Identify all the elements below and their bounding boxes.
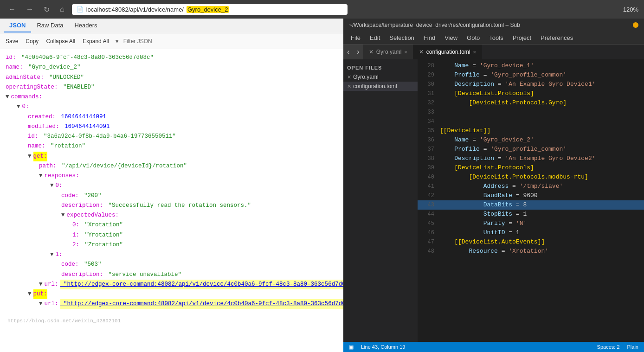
line-num-43: 43 (418, 200, 440, 210)
editor-title-dot (633, 22, 638, 28)
json-row-operatingstate: operatingState: "ENABLED" (6, 83, 338, 92)
save-button[interactable]: Save (4, 37, 20, 45)
home-button[interactable]: ⌂ (57, 3, 67, 15)
json-key-arr0: 0: (22, 102, 29, 112)
editor-main-area: OPEN FILES ✕ Gyro.yaml ✕ configuration.t… (343, 59, 644, 342)
line-num-45: 45 (418, 219, 440, 228)
page-icon: 📄 (77, 6, 84, 13)
expand-all-button[interactable]: Expand All (81, 37, 111, 45)
tab-json[interactable]: JSON (4, 19, 31, 32)
tab-nav-prev[interactable]: ‹ (343, 45, 353, 59)
code-line-46: 46 UnitID = 1 (418, 228, 644, 237)
json-row-url: ▼ url: "http://edgex-core-command:48082/… (6, 280, 338, 289)
menu-preferences[interactable]: Preferences (537, 33, 577, 42)
menu-file[interactable]: File (347, 33, 364, 42)
responses-toggle[interactable]: ▼ (39, 171, 43, 181)
line-num-39: 39 (418, 163, 440, 173)
json-row-desc: description: "Successfully read the rota… (6, 201, 338, 211)
url-toggle[interactable]: ▼ (39, 280, 43, 289)
line-num-31: 31 (418, 89, 440, 98)
line-num-28: 28 (418, 61, 440, 70)
json-key-adminstate: adminState: (6, 73, 44, 83)
menu-view[interactable]: View (441, 33, 461, 42)
get-toggle[interactable]: ▼ (28, 152, 32, 161)
resp1-toggle[interactable]: ▼ (50, 250, 54, 260)
menu-selection[interactable]: Selection (386, 33, 418, 42)
tab-gyro-yaml-modified: ✕ (369, 49, 374, 55)
json-val-id: "4c0b40a6-9fcf-48c3-8a80-363c56d7d08c" (18, 53, 154, 63)
put-toggle[interactable]: ▼ (28, 289, 32, 299)
json-row-path: path: "/api/v1/device/{deviceId}/rotatio… (6, 161, 338, 171)
filter-icon: ▼ (115, 38, 120, 44)
forward-button[interactable]: → (23, 3, 36, 15)
json-key-ev1: 1: (72, 230, 79, 240)
tab-gyro-yaml[interactable]: ✕ Gyro.yaml × (363, 45, 413, 59)
json-key-ev: expectedValues: (67, 211, 119, 220)
json-body[interactable]: id: "4c0b40a6-9fcf-48c3-8a80-363c56d7d08… (0, 49, 343, 352)
editor-panel: ~/Workspace/temperature_device_driver/re… (343, 19, 644, 352)
open-files-label: OPEN FILES (343, 63, 418, 72)
json-val-code: "200" (81, 191, 102, 201)
line-num-48: 48 (418, 247, 440, 256)
editor-tabs: ‹ › ✕ Gyro.yaml × ✕ configuration.toml × (343, 45, 644, 59)
sidebar-config-name: configuration.toml (353, 83, 397, 90)
collapse-all-button[interactable]: Collapse All (44, 37, 77, 45)
tab-gyro-yaml-label: Gyro.yaml (376, 49, 402, 55)
json-val-url[interactable]: "http://edgex-core-command:48082/api/v1/… (60, 280, 343, 289)
json-key-id: id: (6, 53, 16, 63)
refresh-button[interactable]: ↻ (41, 3, 52, 16)
menu-edit[interactable]: Edit (366, 33, 384, 42)
url2-toggle[interactable]: ▼ (39, 299, 43, 309)
ev-toggle[interactable]: ▼ (61, 211, 65, 220)
sidebar-file-config-toml[interactable]: ✕ configuration.toml (343, 82, 418, 91)
tab-headers[interactable]: Headers (69, 19, 103, 32)
json-key-desc: description: (61, 201, 103, 211)
sidebar-file-gyro-yaml[interactable]: ✕ Gyro.yaml (343, 72, 418, 82)
line-content-28: Name = 'Gyro_device_1' (440, 61, 644, 70)
json-key-responses: responses: (45, 171, 79, 181)
json-row-code503: code: "503" (6, 260, 338, 269)
tab-config-close[interactable]: × (473, 49, 476, 55)
menu-find[interactable]: Find (420, 33, 439, 42)
line-content-43: DataBits = 8 (440, 200, 644, 210)
resp0-toggle[interactable]: ▼ (50, 181, 54, 191)
json-row-get: ▼ get: (6, 152, 338, 161)
json-row-put: ▼ put: (6, 289, 338, 299)
code-line-32: 32 [DeviceList.Protocols.Gyro] (418, 98, 644, 108)
editor-menubar: File Edit Selection Find View Goto Tools… (343, 32, 644, 45)
menu-project[interactable]: Project (509, 33, 535, 42)
json-row-id: id: "4c0b40a6-9fcf-48c3-8a80-363c56d7d08… (6, 53, 338, 63)
json-row-name: name: "Gyro_device_2" (6, 63, 338, 72)
code-line-31: 31 [DeviceList.Protocols] (418, 89, 644, 98)
line-content-41: Address = '/tmp/slave' (440, 182, 644, 191)
json-val-code503: "503" (81, 260, 102, 269)
copy-button[interactable]: Copy (24, 37, 40, 45)
commands-toggle[interactable]: ▼ (6, 92, 9, 102)
url-bar[interactable]: 📄 localhost:48082/api/v1/device/name/Gyr… (72, 4, 348, 15)
tab-configuration-toml[interactable]: ✕ configuration.toml × (413, 45, 482, 59)
back-button[interactable]: ← (6, 3, 19, 15)
sidebar-file-modified-icon: ✕ (347, 74, 351, 80)
json-key-ev0: 0: (72, 220, 79, 230)
line-content-42: BaudRate = 9600 (440, 191, 644, 200)
json-row-resp1: ▼ 1: (6, 250, 338, 260)
json-val-url2[interactable]: "http://edgex-core-command:48082/api/v1/… (60, 299, 343, 309)
json-panel: JSON Raw Data Headers Save Copy Collapse… (0, 19, 343, 352)
line-content-38: Description = 'An Example Gyro Device2' (440, 154, 644, 163)
line-num-40: 40 (418, 173, 440, 182)
tab-gyro-yaml-close[interactable]: × (404, 49, 407, 55)
code-line-42: 42 BaudRate = 9600 (418, 191, 644, 200)
tab-nav-next[interactable]: › (353, 45, 363, 59)
json-val-desc: "Successfully read the rotation sensors.… (105, 201, 251, 211)
sidebar-gyro-yaml-name: Gyro.yaml (353, 74, 379, 80)
line-num-44: 44 (418, 210, 440, 219)
browser-toolbar: ← → ↻ ⌂ 📄 localhost:48082/api/v1/device/… (0, 0, 644, 19)
menu-goto[interactable]: Goto (463, 33, 483, 42)
arr0-toggle[interactable]: ▼ (17, 102, 20, 112)
code-editor[interactable]: 28 Name = 'Gyro_device_1' 29 Profile = '… (418, 59, 644, 342)
code-line-48: 48 Resource = 'Xrotation' (418, 247, 644, 256)
json-row-ev0: 0: "Xrotation" (6, 220, 338, 230)
menu-tools[interactable]: Tools (485, 33, 507, 42)
tab-raw-data[interactable]: Raw Data (31, 19, 69, 32)
json-key-created: created: (28, 112, 56, 122)
